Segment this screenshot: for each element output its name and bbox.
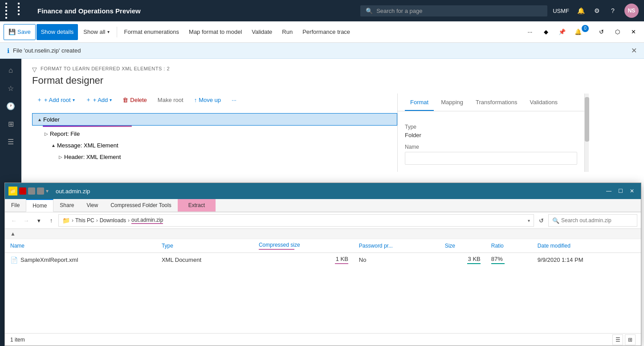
home-icon[interactable]: ⌂ bbox=[3, 62, 19, 78]
validate-button[interactable]: Validate bbox=[247, 24, 277, 40]
more-icon[interactable]: ··· bbox=[523, 25, 537, 39]
page-title: Format designer bbox=[32, 75, 633, 86]
col-password[interactable]: Password pr... bbox=[354, 239, 440, 253]
col-ratio[interactable]: Ratio bbox=[486, 239, 532, 253]
sep3: › bbox=[128, 217, 130, 224]
list-icon[interactable]: ☰ bbox=[3, 134, 19, 150]
dropdown-arrow[interactable]: ▾ bbox=[46, 188, 49, 194]
popout-icon[interactable]: ⬡ bbox=[610, 25, 624, 39]
toolbar-right: ··· ◆ 📌 🔔 0 ↺ ⬡ ✕ bbox=[523, 25, 640, 39]
tree-item-message[interactable]: ▲ Message: XML Element bbox=[32, 139, 397, 151]
filter-icon[interactable]: ▽ bbox=[32, 66, 37, 73]
cell-compressed-size: 1 KB bbox=[253, 253, 354, 267]
help-icon[interactable]: ? bbox=[608, 6, 617, 15]
nav-dropdown-button[interactable]: ▾ bbox=[33, 215, 44, 226]
tab-home[interactable]: Home bbox=[26, 199, 53, 212]
delete-button[interactable]: 🗑 Delete bbox=[118, 94, 151, 106]
sort-arrow-up: ▲ bbox=[10, 231, 16, 237]
star-icon[interactable]: ☆ bbox=[3, 80, 19, 96]
fe-title-left: 📁 ▾ bbox=[8, 187, 49, 195]
fe-search-box[interactable]: 🔍 bbox=[548, 214, 637, 227]
arrow-up-icon: ↑ bbox=[194, 97, 197, 103]
performance-trace-button[interactable]: Performance trace bbox=[298, 24, 355, 40]
add-chevron: ▾ bbox=[110, 98, 112, 102]
tab-extract[interactable]: Extract bbox=[178, 199, 216, 212]
address-dropdown[interactable]: ▾ bbox=[528, 218, 530, 223]
type-label: Type bbox=[405, 124, 577, 130]
detail-view-button[interactable]: ☰ bbox=[612, 334, 623, 345]
minimize-button[interactable]: — bbox=[603, 186, 614, 196]
row-ratio-underline bbox=[491, 263, 505, 264]
tree: ▲ Folder ▷ Report: File ▲ bbox=[32, 113, 397, 163]
fe-title-text: out.admin.zip bbox=[56, 188, 90, 195]
tab-mapping[interactable]: Mapping bbox=[436, 94, 469, 111]
show-details-button[interactable]: Show details bbox=[37, 24, 78, 40]
add-root-button[interactable]: ＋ + Add root ▾ bbox=[32, 94, 79, 106]
zip-icon: 📁 bbox=[8, 187, 17, 195]
tab-view[interactable]: View bbox=[80, 199, 104, 212]
col-type[interactable]: Type bbox=[156, 239, 253, 253]
info-close-button[interactable]: ✕ bbox=[631, 46, 637, 55]
add-root-chevron: ▾ bbox=[73, 98, 75, 102]
col-name[interactable]: Name bbox=[5, 239, 156, 253]
fe-search-icon: 🔍 bbox=[552, 217, 559, 224]
tree-item-folder[interactable]: ▲ Folder bbox=[32, 113, 397, 126]
grid-icon[interactable]: ⊞ bbox=[3, 116, 19, 132]
tree-item-header[interactable]: ▷ Header: XML Element bbox=[32, 151, 397, 163]
avatar[interactable]: NS bbox=[624, 4, 639, 18]
plus-icon: ＋ bbox=[37, 96, 42, 104]
forward-button[interactable]: → bbox=[21, 215, 32, 226]
diamond-icon[interactable]: ◆ bbox=[539, 25, 553, 39]
right-scrollbar[interactable] bbox=[584, 94, 589, 172]
tab-transformations[interactable]: Transformations bbox=[470, 94, 522, 111]
add-button[interactable]: ＋ + Add ▾ bbox=[81, 94, 117, 106]
view-controls: ☰ ⊞ bbox=[612, 334, 636, 345]
close-icon[interactable]: ✕ bbox=[626, 25, 640, 39]
name-input[interactable] bbox=[405, 152, 577, 165]
app-grid-icon[interactable] bbox=[5, 3, 29, 19]
tab-file[interactable]: File bbox=[5, 199, 26, 212]
fe-titlebar: 📁 ▾ out.admin.zip — ☐ ✕ bbox=[5, 183, 641, 199]
tree-item-report[interactable]: ▷ Report: File bbox=[32, 128, 397, 139]
clock-icon[interactable]: 🕐 bbox=[3, 98, 19, 114]
maximize-button[interactable]: ☐ bbox=[615, 186, 626, 196]
tab-validations[interactable]: Validations bbox=[524, 94, 563, 111]
item-count: 1 item bbox=[10, 337, 25, 343]
tab-format[interactable]: Format bbox=[405, 94, 434, 111]
scrollbar-thumb bbox=[585, 97, 589, 142]
make-root-button[interactable]: Make root bbox=[153, 94, 188, 106]
info-bar: ℹ File 'out.nselin.zip' created ✕ bbox=[0, 43, 644, 59]
run-button[interactable]: Run bbox=[277, 24, 297, 40]
name-label: Name bbox=[405, 144, 577, 150]
map-format-button[interactable]: Map format to model bbox=[184, 24, 246, 40]
show-all-button[interactable]: Show all ▾ bbox=[79, 24, 114, 40]
designer-toolbar: ＋ + Add root ▾ ＋ + Add ▾ 🗑 Delete Mak bbox=[32, 94, 397, 106]
pin-icon[interactable]: 📌 bbox=[555, 25, 569, 39]
save-button[interactable]: 💾 Save bbox=[4, 24, 36, 40]
large-icon-view-button[interactable]: ⊞ bbox=[625, 334, 636, 345]
col-compressed-size[interactable]: Compressed size bbox=[253, 239, 354, 253]
col-date[interactable]: Date modified bbox=[532, 239, 641, 253]
address-box[interactable]: 📁 › This PC › Downloads › out.admin.zip … bbox=[58, 214, 534, 227]
refresh-icon[interactable]: ↺ bbox=[594, 25, 608, 39]
fe-table: Name Type Compressed size Password pr...… bbox=[5, 239, 641, 267]
fe-refresh-button[interactable]: ↺ bbox=[536, 215, 546, 226]
tab-share[interactable]: Share bbox=[53, 199, 80, 212]
bell-icon[interactable]: 🔔 bbox=[576, 6, 585, 15]
close-button[interactable]: ✕ bbox=[627, 186, 637, 196]
tab-compressed-folder-tools[interactable]: Compressed Folder Tools bbox=[104, 199, 178, 212]
fe-ribbon: File Home Share View Compressed Folder T… bbox=[5, 199, 641, 212]
top-nav-right: USMF 🔔 ⚙ ? NS bbox=[553, 4, 639, 18]
row-size-underline bbox=[467, 263, 481, 264]
info-message: File 'out.nselin.zip' created bbox=[13, 47, 81, 54]
gear-icon[interactable]: ⚙ bbox=[592, 6, 601, 15]
col-size[interactable]: Size bbox=[440, 239, 486, 253]
back-button[interactable]: ← bbox=[8, 215, 19, 226]
up-button[interactable]: ↑ bbox=[46, 215, 57, 226]
move-up-button[interactable]: ↑ Move up bbox=[190, 94, 225, 106]
fe-search-input[interactable] bbox=[561, 217, 633, 224]
table-row[interactable]: 📄 SampleXmlReport.xml XML Document 1 KB … bbox=[5, 253, 641, 267]
more-options-button[interactable]: ··· bbox=[227, 94, 241, 106]
global-search[interactable]: 🔍 Search for a page bbox=[360, 5, 547, 16]
format-enumerations-button[interactable]: Format enumerations bbox=[120, 24, 184, 40]
